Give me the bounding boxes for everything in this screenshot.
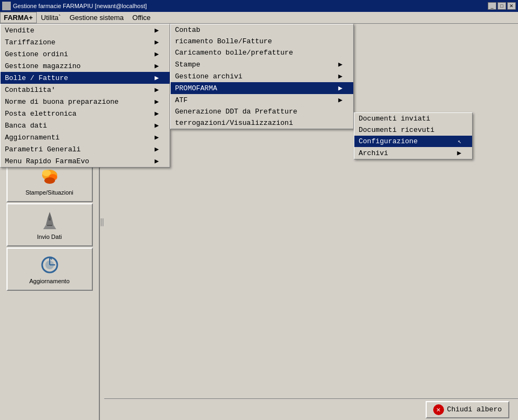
app-icon [2,2,11,10]
farmaplus-dropdown: Vendite▶ Tariffazione▶ Gestione ordini▶ … [0,24,170,168]
menu-utilita[interactable]: Utilita` [37,12,65,23]
close-btn-label: Chiudi albero [447,405,502,414]
cursor-indicator: ↖ [458,138,461,145]
sidebar-btn-invio[interactable]: Invio Dati [6,203,93,246]
svg-rect-19 [49,218,51,221]
bolle-gestione-archivi[interactable]: Gestione archivi▶ [171,70,353,82]
promofarma-dropdown: Documenti inviati Documenti ricevuti Con… [354,112,473,159]
promo-documenti-ricevuti[interactable]: Documenti ricevuti [354,124,472,136]
bolle-contab[interactable]: Contab [171,24,353,36]
minimize-button[interactable]: _ [488,2,496,10]
svg-point-15 [44,177,55,184]
title-bar: Gestione farmacie FARMAPIU [newant@local… [0,0,518,12]
bolle-promofarma[interactable]: PROMOFARMA▶ [171,82,353,94]
menu-parametri[interactable]: Parametri Generali▶ [1,143,170,155]
menu-gestione-ordini[interactable]: Gestione ordini▶ [1,48,170,60]
menu-farmaplus[interactable]: FARMA+ [0,12,37,23]
menu-gestione-magazzino[interactable]: Gestione magazzino▶ [1,60,170,72]
invio-icon [39,210,60,231]
window-controls: _ □ ✕ [488,2,516,10]
promo-archivi[interactable]: Archivi▶ [354,147,472,159]
bolle-stampe[interactable]: Stampe▶ [171,58,353,70]
menu-gestione[interactable]: Gestione sistema [65,12,128,23]
svg-marker-16 [48,212,52,218]
menu-contabilita[interactable]: Contabilita'▶ [1,84,170,96]
close-icon: ✕ [433,404,444,415]
bolle-caricamento-bolle[interactable]: ricamento Bolle/Fatture [171,36,353,47]
menu-tariffazione[interactable]: Tariffazione▶ [1,36,170,48]
menu-norme[interactable]: Norme di buona preparazione▶ [1,96,170,108]
bolle-atf[interactable]: ATF▶ [171,94,353,106]
bolle-generazione-ddt[interactable]: Generazione DDT da Prefatture [171,106,353,117]
chiudi-albero-button[interactable]: ✕ Chiudi albero [426,401,509,418]
stampe-icon [39,165,60,187]
window-title: Gestione farmacie FARMAPIU [newant@local… [13,3,488,9]
menu-banca-dati[interactable]: Banca dati▶ [1,119,170,131]
menu-posta[interactable]: Posta elettronica▶ [1,108,170,119]
maximize-button[interactable]: □ [497,2,506,10]
menu-office[interactable]: Office [128,12,155,23]
aggiorn-icon [39,254,60,276]
menu-bolle-fatture[interactable]: Bolle / Fatture▶ [1,72,170,84]
menu-rapido[interactable]: Menu Rapido FarmaEvo▶ [1,155,170,167]
bolle-interrogazioni[interactable]: terrogazioni/Visualizzazioni [171,117,353,129]
menu-bar: FARMA+ Utilita` Gestione sistema Office [0,12,518,24]
aggiorn-label: Aggiornamento [29,278,70,284]
invio-label: Invio Dati [37,234,62,240]
bolle-caricamento-pre[interactable]: Caricamento bolle/prefatture [171,47,353,58]
svg-rect-20 [47,225,52,226]
close-window-button[interactable]: ✕ [507,2,516,10]
bolle-dropdown: Contab ricamento Bolle/Fatture Caricamen… [170,24,354,129]
menu-vendite[interactable]: Vendite▶ [1,24,170,36]
stampe-label: Stampe/Situazioni [25,189,73,196]
menu-aggiornamenti[interactable]: Aggiornamenti▶ [1,131,170,143]
promo-documenti-inviati[interactable]: Documenti inviati [354,113,472,124]
svg-point-13 [42,170,51,176]
bottom-bar: ✕ Chiudi albero [104,398,518,420]
sidebar-btn-aggiorn[interactable]: Aggiornamento [6,248,93,291]
promo-configurazione[interactable]: Configurazione ↖ [354,136,472,147]
